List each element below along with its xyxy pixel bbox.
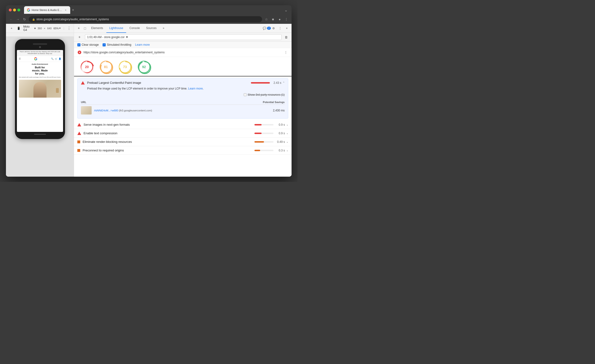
device-mode-icon[interactable]: □ (82, 25, 88, 31)
audit-expand-icon-5[interactable]: ⌄ (286, 149, 288, 152)
more-options-icon[interactable]: ⋮ (67, 26, 71, 30)
audit-item-render-blocking[interactable]: Eliminate render-blocking resources 0.49… (74, 138, 291, 146)
address-actions: ☆ ■ ● ⋮ (264, 17, 289, 22)
delete-report-icon[interactable]: 🗑 (283, 35, 289, 40)
inspect-element-icon[interactable]: ⌖ (76, 25, 82, 31)
profile-icon[interactable]: ● (277, 17, 282, 22)
device-selector[interactable]: Moto G4 ▾ (23, 25, 36, 32)
tab-sources[interactable]: Sources (143, 24, 159, 33)
forward-button[interactable]: → (15, 17, 20, 22)
audit-item-header-preload: Preload Largest Contentful Paint image 2… (81, 81, 285, 85)
lighthouse-options: ✓ Clear storage ✓ Simulated throttling L… (74, 42, 291, 48)
phone-home-indicator (34, 134, 46, 135)
audit-expand-icon-4[interactable]: ⌄ (286, 141, 288, 143)
zoom-selector[interactable]: 65% ▾ (54, 27, 61, 30)
audit-collapse-icon[interactable]: ⌃ (283, 81, 285, 84)
audit-expand-icon-2[interactable]: ⌄ (286, 123, 288, 126)
chrome-menu-icon[interactable]: ⌄ (283, 7, 289, 13)
audit-warning-triangle-2 (77, 123, 81, 126)
nav-right-icons: 🔍 🛒 👤 (51, 58, 61, 60)
dimension-cross: × (44, 27, 45, 30)
browser-tab-active[interactable]: Home Stereo & Audio Entertain... × (24, 6, 70, 14)
bookmark-icon[interactable]: ☆ (264, 17, 269, 22)
audit-score-bar-4: 0.49 s (255, 140, 285, 143)
maximize-button[interactable] (17, 8, 20, 11)
close-button[interactable] (9, 8, 12, 11)
search-icon: 🔍 (51, 58, 54, 60)
settings-icon[interactable]: ⚙ (271, 25, 276, 31)
audit-thumbnail (81, 106, 92, 114)
phone-camera (39, 46, 41, 48)
width-value: 360 (38, 27, 42, 30)
audit-bar-2 (255, 124, 273, 125)
audit-square-icon-5 (77, 149, 80, 152)
tab-elements-label: Elements (91, 26, 103, 30)
score-arc-red (81, 61, 94, 74)
notification-icon[interactable]: 💬 2 (264, 25, 270, 31)
lighthouse-url-row: https://store.google.com/category/audio_… (74, 48, 291, 57)
main-content: ⌖ 📱 Moto G4 ▾ 360 × 640 65% ▾ | ⋮ (6, 24, 291, 177)
audit-time-3: 0.9 s (275, 132, 285, 135)
clear-storage-option[interactable]: ✓ Clear storage (77, 43, 99, 46)
tab-more-label: » (163, 26, 164, 30)
devtools-right-actions: 💬 2 ⚙ ⋮ × (264, 25, 290, 31)
zoom-value: 65% (54, 27, 59, 30)
clear-storage-checkbox[interactable]: ✓ (77, 43, 80, 46)
throttling-checkbox[interactable]: ✓ (103, 43, 106, 46)
audit-title-render-blocking: Eliminate render-blocking resources (83, 140, 255, 143)
audit-resource-domain: (lh3.googleusercontent.com) (119, 109, 152, 112)
audit-item-preload-lcp[interactable]: Preload Largest Contentful Paint image 2… (77, 78, 288, 119)
zoom-chevron: ▾ (59, 27, 61, 30)
audit-menu-icon[interactable]: ⋮ (283, 50, 288, 55)
score-performance: 20 (77, 61, 96, 73)
extension-icon[interactable]: ■ (271, 17, 275, 22)
score-circle-green: 92 (138, 61, 150, 73)
address-bar: ← → ↻ 🔒 store.google.com/category/audio_… (6, 15, 291, 24)
browser-window: Home Stereo & Audio Entertain... × + ⌄ ←… (6, 5, 291, 177)
browser-viewport: ⌖ 📱 Moto G4 ▾ 360 × 640 65% ▾ | ⋮ (6, 24, 74, 177)
audit-score-bar-5: 0.3 s (255, 149, 285, 152)
device-toggle-icon[interactable]: 📱 (16, 25, 21, 31)
score-circle-red: 20 (81, 61, 93, 73)
new-tab-button[interactable]: + (70, 7, 76, 13)
audit-item-preconnect[interactable]: Preconnect to required origins 0.3 s ⌄ (74, 146, 291, 155)
tab-close-icon[interactable]: × (64, 8, 67, 12)
audit-item-compression[interactable]: Enable text compression 0.9 s ⌄ (74, 129, 291, 138)
score-accessibility: 81 (96, 61, 115, 73)
tab-elements[interactable]: Elements (88, 24, 106, 33)
add-report-button[interactable]: + (77, 35, 82, 40)
reload-button[interactable]: ↻ (22, 17, 27, 22)
audit-time-preload: 2.43 s (272, 81, 281, 85)
score-circle-yellow: 73 (119, 61, 131, 73)
tab-title: Home Stereo & Audio Entertain... (32, 8, 63, 11)
audit-expand-icon-3[interactable]: ⌄ (286, 132, 288, 135)
chrome-more-icon[interactable]: ⋮ (284, 17, 289, 22)
audit-bar-4 (255, 141, 273, 143)
tab-lighthouse[interactable]: Lighthouse (106, 24, 126, 33)
back-button[interactable]: ← (9, 17, 14, 22)
tab-bar: Home Stereo & Audio Entertain... × + (24, 6, 281, 14)
audit-bar-fill-5 (255, 150, 260, 151)
audit-resource-url: /rbNNiE4oM...=w680 (lh3.googleuserconten… (94, 109, 271, 112)
url-text: store.google.com/category/audio_entertai… (36, 18, 109, 21)
tab-more[interactable]: » (160, 24, 167, 33)
address-input[interactable]: 🔒 store.google.com/category/audio_entert… (29, 16, 262, 22)
audit-item-next-gen[interactable]: Serve images in next-gen formats 0.9 s ⌄ (74, 121, 291, 129)
phone-product-image (19, 80, 61, 98)
minimize-button[interactable] (13, 8, 16, 11)
audit-learn-more-link[interactable]: Learn more (188, 87, 203, 90)
phone-frame: There's still time. Get free two-day shi… (15, 39, 65, 139)
audit-time-4: 0.49 s (275, 140, 285, 143)
heading-line1: Built for (35, 66, 45, 69)
audit-item-header-render-blocking: Eliminate render-blocking resources 0.49… (77, 140, 288, 143)
timestamp-text: 1:01:49 AM - store.google.cor (87, 36, 124, 39)
timestamp-selector[interactable]: 1:01:49 AM - store.google.cor ▼ (85, 34, 282, 40)
google-logo (34, 57, 37, 60)
cursor-tool-icon[interactable]: ⌖ (9, 25, 14, 31)
more-actions-icon[interactable]: ⋮ (277, 25, 283, 31)
show-3rd-party-checkbox[interactable] (244, 93, 247, 96)
throttling-option[interactable]: ✓ Simulated throttling (103, 43, 131, 46)
tab-console[interactable]: Console (127, 24, 143, 33)
learn-more-link[interactable]: Learn more (135, 43, 150, 46)
close-devtools-icon[interactable]: × (284, 25, 290, 31)
